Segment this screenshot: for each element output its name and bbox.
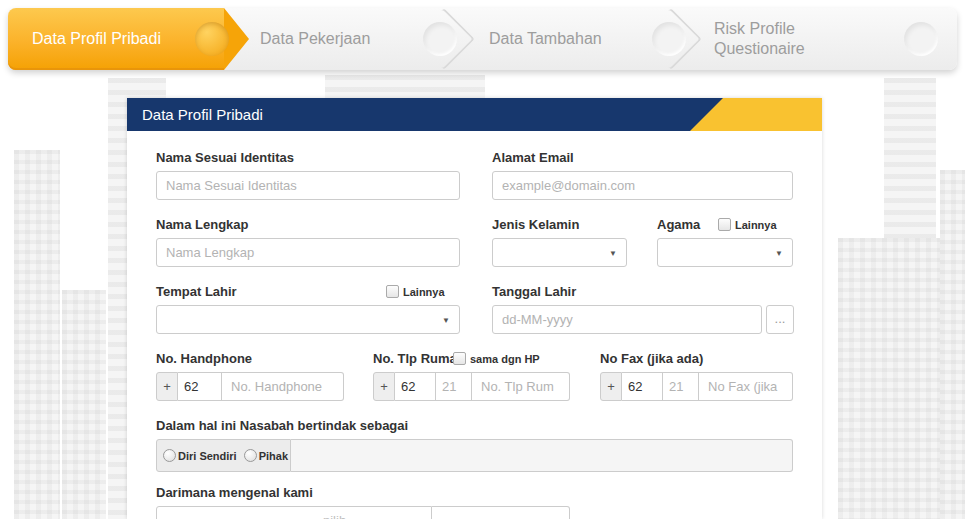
darimana-label: Darimana mengenal kami — [156, 485, 313, 500]
step-indicator-bubble — [904, 22, 938, 56]
jenis-kelamin-label: Jenis Kelamin — [492, 217, 579, 232]
fax-number-input[interactable] — [699, 372, 793, 401]
tlp-rumah-area-code-input[interactable] — [436, 372, 472, 401]
agama-lainnya-checkbox-label: Lainnya — [735, 219, 777, 231]
sama-dgn-hp-checkbox-label: sama dgn HP — [470, 353, 540, 365]
step-label-data-tambahan[interactable]: Data Tambahan — [489, 8, 602, 70]
chevron-down-icon: ▼ — [442, 316, 450, 325]
header-yellow-flag — [690, 98, 822, 131]
tanggal-lahir-label: Tanggal Lahir — [492, 284, 576, 299]
building-graphic — [14, 150, 60, 519]
bertindak-sebagai-disabled-input — [291, 439, 793, 472]
card-header: Data Profil Pribadi — [127, 98, 822, 131]
alamat-email-input[interactable] — [492, 171, 793, 200]
radio-label-diri-sendiri: Diri Sendiri — [178, 450, 237, 462]
phone-prefix-addon: + — [600, 372, 622, 401]
alamat-email-label: Alamat Email — [492, 150, 574, 165]
darimana-placeholder: pilih — [323, 513, 346, 519]
darimana-select[interactable]: pilih — [156, 506, 432, 519]
agama-label: Agama — [657, 217, 700, 232]
sama-dgn-hp-checkbox[interactable] — [453, 352, 466, 365]
agama-select[interactable]: ▼ — [657, 238, 793, 267]
tanggal-lahir-input[interactable] — [492, 305, 762, 334]
agama-lainnya-checkbox[interactable] — [718, 218, 731, 231]
tempat-lahir-lainnya-checkbox-label: Lainnya — [403, 286, 445, 298]
data-profil-pribadi-card: Data Profil Pribadi Nama Sesuai Identita… — [127, 98, 822, 519]
no-tlp-rumah-label: No. Tlp Rumah — [373, 351, 465, 366]
tempat-lahir-lainnya-checkbox[interactable] — [386, 285, 399, 298]
radio-button[interactable] — [244, 449, 257, 462]
tlp-rumah-number-input[interactable] — [472, 372, 570, 401]
fax-country-code-input[interactable] — [622, 372, 663, 401]
radio-option-diri-sendiri[interactable]: Diri Sendiri — [163, 449, 237, 462]
radio-button[interactable] — [163, 449, 176, 462]
chevron-down-icon: ▼ — [609, 249, 617, 258]
wizard-stepper: Data Profil Pribadi Data Pekerjaan Data … — [8, 8, 957, 70]
bertindak-sebagai-radio-group: Diri Sendiri Pihak Lain — [156, 439, 291, 472]
no-fax-label: No Fax (jika ada) — [600, 351, 703, 366]
step-label-data-pekerjaan[interactable]: Data Pekerjaan — [260, 8, 370, 70]
tempat-lahir-select[interactable]: ▼ — [156, 305, 460, 334]
nama-lengkap-input[interactable] — [156, 238, 460, 267]
building-graphic — [940, 170, 965, 519]
handphone-country-code-input[interactable] — [178, 372, 222, 401]
step-indicator-bubble — [423, 22, 457, 56]
step-indicator-bubble — [652, 22, 686, 56]
date-picker-button[interactable]: ... — [766, 305, 794, 334]
phone-prefix-addon: + — [373, 372, 395, 401]
step-label-data-profil-pribadi[interactable]: Data Profil Pribadi — [32, 8, 161, 70]
handphone-number-input[interactable] — [222, 372, 344, 401]
bertindak-sebagai-label: Dalam hal ini Nasabah bertindak sebagai — [156, 418, 408, 433]
card-title: Data Profil Pribadi — [142, 98, 263, 131]
tlp-rumah-country-code-input[interactable] — [395, 372, 436, 401]
nama-lengkap-label: Nama Lengkap — [156, 217, 248, 232]
step-label-risk-profile-questionaire[interactable]: Risk Profile Questionaire — [714, 19, 849, 59]
jenis-kelamin-select[interactable]: ▼ — [492, 238, 627, 267]
nama-identitas-label: Nama Sesuai Identitas — [156, 150, 294, 165]
darimana-secondary-box[interactable] — [432, 506, 570, 519]
phone-prefix-addon: + — [156, 372, 178, 401]
chevron-down-icon: ▼ — [775, 249, 783, 258]
fax-area-code-input[interactable] — [663, 372, 699, 401]
tempat-lahir-label: Tempat Lahir — [156, 284, 237, 299]
nama-identitas-input[interactable] — [156, 171, 460, 200]
step-indicator-bubble — [195, 22, 229, 56]
building-graphic — [62, 290, 106, 519]
no-handphone-label: No. Handphone — [156, 351, 252, 366]
